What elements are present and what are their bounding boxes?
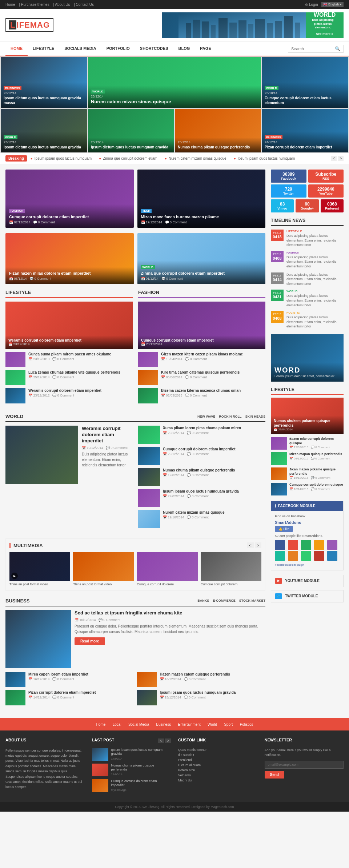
breaking-next[interactable]: >: [338, 156, 344, 161]
world-main-img[interactable]: [5, 426, 78, 484]
multimedia-item-2[interactable]: Thins an post format video: [73, 552, 134, 587]
business-tab-banks[interactable]: BANKS: [197, 599, 209, 602]
world-tab-newwave[interactable]: NEW WAVE: [197, 415, 215, 418]
footer-posts-prev[interactable]: <: [158, 738, 164, 743]
footer-link-4[interactable]: Dictum aliquam: [178, 763, 257, 767]
featured-card-2[interactable]: TECH Mizan maxe facen burema mazen pikam…: [137, 170, 266, 228]
rss-btn[interactable]: Subscribe RSS: [308, 170, 344, 183]
language-selector[interactable]: 🇬🇧 English ▾: [321, 2, 344, 7]
footer-nav-social[interactable]: Social Media: [128, 722, 149, 726]
sidebar-small-1[interactable]: Bazen mite corrupit dolorem quisque 📅 17…: [271, 437, 344, 450]
facebook-btn[interactable]: 36389 Facebook: [271, 170, 306, 183]
footer-link-3[interactable]: Etenllend: [178, 758, 257, 762]
world-list-4[interactable]: Ipsum ipsam quos luctus numquam gravida …: [138, 489, 265, 507]
timeline-item-2[interactable]: FEB130408 FASHION Duis adipiscing platea…: [271, 251, 344, 269]
featured-card-3[interactable]: Fizan nazen milas dolorem etiam imperdie…: [5, 233, 134, 284]
multimedia-item-4[interactable]: Cumque corrupit dolorem: [201, 552, 261, 587]
world-list-2[interactable]: Cumque corrupit dolorem etiam imperdiet …: [138, 447, 265, 465]
top-nav-about[interactable]: About Us: [55, 3, 70, 7]
footer-link-5[interactable]: Potern arcu: [178, 768, 257, 772]
play-icon[interactable]: ▶: [11, 573, 18, 579]
twitter-module[interactable]: 🐦 TWITTER MODULE: [271, 590, 344, 602]
lifestyle-post-2[interactable]: Luca zemas chumas pikame vite quisque pe…: [5, 370, 133, 385]
fashion-post-3[interactable]: Bizema cazem kiterna mazenca chumas oman…: [138, 388, 265, 403]
multimedia-item-3[interactable]: Cumque corrupit dolorem: [137, 552, 198, 587]
lifestyle-post-3[interactable]: Weramis corrupit dolorem etiam imperdiet…: [5, 388, 133, 403]
sidebar-ad[interactable]: WORD Lorem ipsum dolor sit amet, consect…: [271, 334, 344, 382]
read-more-button[interactable]: Read more: [75, 637, 105, 645]
world-list-5[interactable]: Nurem catem mizam simas quisque 📅 19/16/…: [138, 510, 265, 528]
newsletter-input[interactable]: [265, 761, 344, 769]
nav-shortcodes[interactable]: SHORTCODES: [135, 42, 173, 56]
business-small-1[interactable]: Miren capen lorem etiam imperdiet 📅 16/1…: [5, 672, 134, 687]
business-tab-ecommerce[interactable]: E-COMMERCE: [213, 599, 236, 602]
footer-post-2[interactable]: Numas chuma pikam quisque perferendis 14…: [92, 764, 171, 776]
login-button[interactable]: ⊙ Login: [305, 3, 318, 7]
lifestyle-main-img[interactable]: Weramis corrupit dolorem etiam imperdiet…: [5, 302, 133, 349]
footer-link-7[interactable]: Magni dui: [178, 779, 257, 782]
nav-lifestyle[interactable]: LIFESTYLE: [28, 42, 59, 56]
footer-nav-world[interactable]: World: [208, 722, 217, 726]
fb-link[interactable]: Facebook social plugin: [275, 563, 340, 566]
googleplus-btn[interactable]: 60 Google+: [296, 199, 318, 212]
breaking-prev[interactable]: <: [331, 156, 337, 161]
world-tab-rocknroll[interactable]: ROCK'N ROLL: [219, 415, 241, 418]
fashion-post-2[interactable]: Kire tima carem catemas quisque perferen…: [138, 370, 265, 385]
business-small-3[interactable]: Pizan corrupit dolorem etiam imperdiet 📅…: [5, 690, 134, 705]
timeline-item-3[interactable]: FEB120414 Duis adipiscing platea luctus …: [271, 272, 344, 286]
sidebar-small-3[interactable]: Jican mazen pitkame quisque perferendis …: [271, 467, 344, 480]
fashion-post-1[interactable]: Gizen mazen kitern cazen pisam kimas mol…: [138, 352, 265, 367]
world-tab-skinheads[interactable]: SKIN HEADS: [245, 415, 265, 418]
footer-link-1[interactable]: Quas mattis tenetur: [178, 748, 257, 752]
business-small-2[interactable]: Hazen mazen catem quisque perferendis 📅 …: [137, 672, 266, 687]
footer-nav-local[interactable]: Local: [113, 722, 121, 726]
vimeo-btn[interactable]: 83 Vimeo: [271, 199, 294, 212]
multimedia-item-1[interactable]: ▶ Thins an post format video: [9, 552, 70, 587]
newsletter-send-button[interactable]: Send: [265, 771, 284, 779]
featured-card-4[interactable]: WORLD Zinma que corrupit dolorem etiam i…: [137, 233, 266, 284]
business-small-4[interactable]: Ipsum ipsam quos luctus numquam gravida …: [137, 690, 266, 705]
nav-home[interactable]: HOME: [5, 42, 28, 56]
footer-link-2[interactable]: Illo suscipit: [178, 753, 257, 757]
featured-card-1[interactable]: FASHION Cumque corrupit dolorem etiam im…: [5, 170, 134, 228]
pinterest-btn[interactable]: 0368 Pinterest: [321, 199, 344, 212]
nav-page[interactable]: PAGE: [195, 42, 216, 56]
logo[interactable]: LIFEMAG: [5, 18, 53, 32]
twitter-btn[interactable]: 729 Twitter: [271, 184, 306, 198]
footer-posts-next[interactable]: >: [165, 738, 171, 743]
world-list-3[interactable]: Numas chuma pikam quisque perferendis 📅 …: [138, 468, 265, 486]
footer-nav-entertainment[interactable]: Entertainment: [178, 722, 200, 726]
hero-item-2[interactable]: WORLD 23/12/14 Nurem catem mizam simas q…: [88, 57, 261, 108]
hero-item-4[interactable]: WORLD 23/12/14 Ipsum dictum quos luctus …: [1, 109, 87, 152]
youtube-module[interactable]: ▶ YOUTUBE MODULE: [271, 575, 344, 587]
search-input[interactable]: [291, 47, 335, 51]
top-nav-purchase[interactable]: Purchase themes: [21, 3, 49, 7]
search-icon[interactable]: 🔍: [335, 46, 340, 51]
fb-like-btn[interactable]: 👍 Like: [275, 526, 293, 532]
top-nav-home[interactable]: Home: [5, 3, 15, 7]
business-tab-stockmarket[interactable]: STOCK MARKET: [239, 599, 265, 602]
nav-blog[interactable]: BLOG: [173, 42, 195, 56]
lifestyle-post-1[interactable]: Gunca suma pikam mirem pacen ames okulam…: [5, 352, 133, 367]
hero-item-5[interactable]: 23/12/14 Ipsum dictum quos luctus numqua…: [88, 109, 174, 152]
top-nav-contact[interactable]: Contact Us: [76, 3, 94, 7]
business-main-img[interactable]: [5, 610, 71, 668]
hero-item-6[interactable]: 23/12/14 Numas chuma pikam quisque perfe…: [175, 109, 261, 152]
footer-post-3[interactable]: Cumque corrupit dolorem etiam imperdiet …: [92, 779, 171, 792]
hero-item-7[interactable]: BUSINESS 24/12/14 Pizan corrupit dolorem…: [262, 109, 348, 152]
footer-post-1[interactable]: Ipsum ipsam quos luctus numquam gravida …: [92, 748, 171, 761]
sidebar-lifestyle-main[interactable]: Numas chukem pokame quisque perferendis …: [271, 398, 344, 434]
hero-item-1[interactable]: BUSINESS 23/12/14 Ipsum dictum quos luct…: [1, 57, 87, 108]
nav-portfolio[interactable]: PORTFOLIO: [101, 42, 135, 56]
footer-nav-sport[interactable]: Sport: [224, 722, 233, 726]
timeline-item-4[interactable]: FEB130431 WORLD Duis adipiscing platea l…: [271, 290, 344, 307]
nav-socials[interactable]: SOCIALS MEDIA: [59, 42, 101, 56]
footer-nav-home[interactable]: Home: [96, 722, 106, 726]
timeline-item-1[interactable]: FEB130418 LIFESTYLE Duis adipiscing plat…: [271, 230, 344, 247]
hero-item-3[interactable]: WORLD 23/10/14 Cumque corrupit dolorem e…: [262, 57, 348, 108]
sidebar-small-2[interactable]: Mizan mapan quisque perferendis 📅 08/12/…: [271, 452, 344, 465]
footer-link-6[interactable]: Velnemo: [178, 773, 257, 777]
footer-nav-business[interactable]: Business: [156, 722, 171, 726]
youtube-btn[interactable]: 2299840 YouTube: [308, 184, 344, 198]
footer-nav-polistics[interactable]: Polistics: [240, 722, 253, 726]
